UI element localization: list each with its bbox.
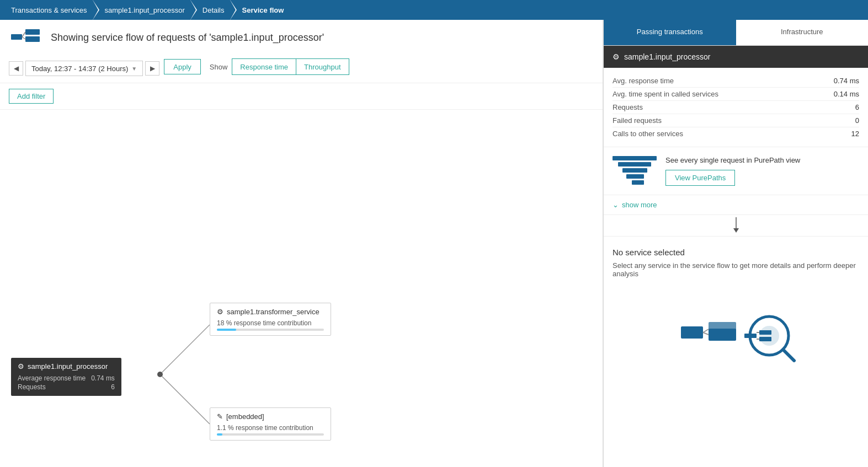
purepath-icon	[613, 156, 657, 185]
left-panel: Showing service flow of requests of 'sam…	[0, 20, 603, 467]
svg-point-16	[759, 326, 779, 346]
metric-failed-requests: Failed requests 0	[613, 114, 859, 127]
requests-stat: Requests 6	[18, 383, 115, 391]
svg-line-17	[783, 350, 794, 361]
breadcrumb-item-details[interactable]: Details	[197, 0, 230, 20]
metric-avg-time-called: Avg. time spent in called services 0.14 …	[613, 88, 859, 101]
edit-icon-embedded: ✎	[217, 412, 223, 421]
show-more-label: show more	[622, 201, 657, 209]
purepath-description: See every single request in PurePath vie…	[665, 156, 800, 164]
gear-icon: ⚙	[18, 362, 24, 371]
transformer-header: ⚙ sample1.transformer_service	[217, 308, 324, 316]
svg-line-3	[22, 32, 25, 37]
svg-rect-11	[709, 322, 736, 331]
service-flow-icon	[9, 26, 42, 49]
arrow-down-svg	[731, 217, 742, 234]
service-detail-header: ⚙ sample1.input_processor	[604, 46, 868, 68]
svg-rect-1	[25, 36, 40, 42]
chevron-down-icon: ⌄	[613, 201, 619, 209]
breadcrumb-item-transactions[interactable]: Transactions & services	[6, 0, 93, 20]
transformer-bar-bg	[217, 329, 324, 331]
no-service-description: Select any service in the service flow t…	[613, 261, 859, 278]
svg-line-14	[703, 332, 709, 335]
embedded-bar-label: 1.1 % response time contribution	[217, 424, 324, 432]
svg-line-4	[22, 37, 25, 39]
tab-passing-transactions[interactable]: Passing transactions	[604, 20, 736, 45]
main-service-node[interactable]: ⚙ sample1.input_processor Average respon…	[11, 358, 121, 396]
transformer-bar-label: 18 % response time contribution	[217, 319, 324, 327]
transformer-bar	[217, 329, 236, 331]
tab-infrastructure[interactable]: Infrastructure	[736, 20, 869, 45]
no-service-section: No service selected Select any service i…	[604, 237, 868, 467]
no-service-illustration	[675, 300, 797, 366]
view-purepaths-button[interactable]: View PurePaths	[665, 170, 735, 186]
arrow-connector	[604, 215, 868, 237]
right-panel: Passing transactions Infrastructure ⚙ sa…	[603, 20, 868, 467]
purepath-section: See every single request in PurePath vie…	[604, 147, 868, 195]
purepath-text-area: See every single request in PurePath vie…	[665, 156, 800, 186]
embedded-bar	[217, 433, 222, 436]
dropdown-icon: ▼	[131, 66, 137, 72]
svg-line-6	[160, 374, 210, 424]
embedded-bar-bg	[217, 433, 324, 436]
next-time-btn[interactable]: ▶	[145, 61, 159, 76]
no-service-title: No service selected	[613, 248, 859, 257]
svg-rect-0	[25, 29, 40, 35]
transformer-service-box[interactable]: ⚙ sample1.transformer_service 18 % respo…	[210, 303, 331, 336]
metric-avg-response: Avg. response time 0.74 ms	[613, 74, 859, 88]
svg-rect-18	[759, 330, 771, 335]
avg-response-stat: Average response time 0.74 ms	[18, 374, 115, 383]
main-node-header: ⚙ sample1.input_processor	[18, 362, 115, 371]
breadcrumb: Transactions & services sample1.input_pr…	[0, 0, 868, 20]
embedded-service-box[interactable]: ✎ [embedded] 1.1 % response time contrib…	[210, 407, 331, 441]
metrics-section: Avg. response time 0.74 ms Avg. time spe…	[604, 68, 868, 147]
throughput-toggle[interactable]: Throughput	[296, 59, 349, 74]
svg-rect-19	[759, 337, 771, 341]
show-label: Show	[210, 63, 228, 71]
gear-icon-detail: ⚙	[613, 52, 620, 61]
view-toggle: Response time Throughput	[232, 58, 349, 75]
gear-icon-transformer: ⚙	[217, 308, 223, 316]
svg-rect-20	[744, 334, 757, 338]
prev-time-btn[interactable]: ◀	[9, 61, 23, 76]
svg-line-13	[703, 329, 709, 332]
svg-rect-2	[11, 34, 22, 40]
page-title: Showing service flow of requests of 'sam…	[51, 32, 594, 44]
filter-bar: Add filter	[0, 83, 603, 110]
svg-point-7	[157, 372, 163, 377]
breadcrumb-item-service-flow[interactable]: Service flow	[237, 0, 290, 20]
metric-requests: Requests 6	[613, 101, 859, 114]
svg-line-5	[160, 325, 210, 374]
flow-canvas: ⚙ sample1.input_processor Average respon…	[0, 110, 603, 467]
embedded-header: ✎ [embedded]	[217, 412, 324, 421]
toolbar: Showing service flow of requests of 'sam…	[0, 20, 603, 83]
response-time-toggle[interactable]: Response time	[232, 59, 296, 74]
time-display[interactable]: Today, 12:37 - 14:37 (2 Hours) ▼	[25, 61, 143, 76]
no-service-graphic	[613, 289, 859, 377]
svg-rect-12	[681, 326, 703, 339]
svg-marker-9	[733, 228, 739, 233]
panel-tabs: Passing transactions Infrastructure	[604, 20, 868, 46]
metric-calls-other: Calls to other services 12	[613, 127, 859, 140]
add-filter-button[interactable]: Add filter	[9, 89, 54, 104]
breadcrumb-item-input-processor[interactable]: sample1.input_processor	[99, 0, 190, 20]
time-nav: ◀ Today, 12:37 - 14:37 (2 Hours) ▼ ▶	[9, 61, 159, 76]
show-more-row[interactable]: ⌄ show more	[604, 195, 868, 215]
apply-button[interactable]: Apply	[164, 59, 201, 74]
